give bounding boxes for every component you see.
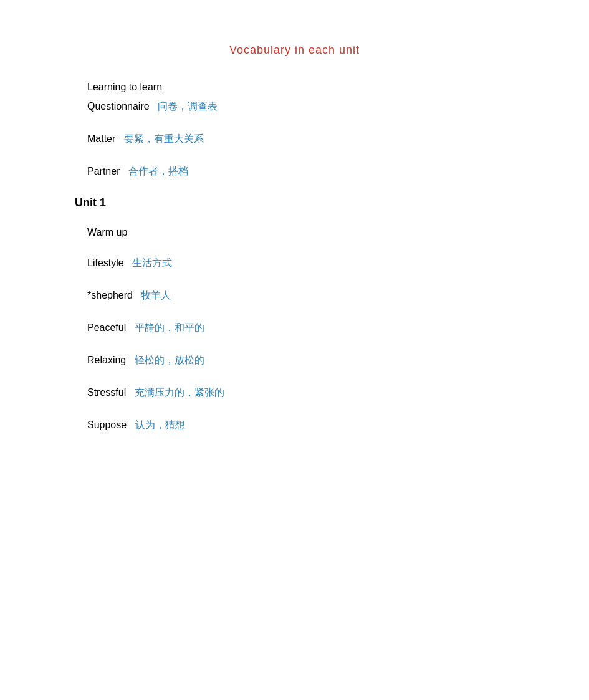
vocab-item-lifestyle: Lifestyle 生活方式 xyxy=(87,256,552,271)
vocab-chinese: 认为，猜想 xyxy=(135,420,185,430)
vocab-item-matter: Matter 要紧，有重大关系 xyxy=(87,132,552,146)
page-title: Vocabulary in each unit xyxy=(37,44,552,57)
vocab-english: Questionnaire xyxy=(87,101,150,112)
vocab-english: Relaxing xyxy=(87,355,126,365)
vocab-item-shepherd: *shepherd 牧羊人 xyxy=(87,288,552,303)
unit1-heading: Unit 1 xyxy=(75,196,552,209)
vocab-english: Peaceful xyxy=(87,322,126,333)
vocab-item-partner: Partner 合作者，搭档 xyxy=(87,164,552,179)
learning-to-learn-label: Learning to learn xyxy=(87,82,552,93)
vocab-english: Lifestyle xyxy=(87,257,124,268)
vocab-chinese: 合作者，搭档 xyxy=(128,166,188,176)
vocab-item-stressful: Stressful 充满压力的，紧张的 xyxy=(87,385,552,400)
warmup-label: Warm up xyxy=(87,227,552,238)
vocab-item-peaceful: Peaceful 平静的，和平的 xyxy=(87,320,552,335)
vocab-chinese: 轻松的，放松的 xyxy=(135,355,204,365)
vocab-chinese: 充满压力的，紧张的 xyxy=(135,387,224,398)
vocab-english: Partner xyxy=(87,166,120,176)
vocab-chinese: 要紧，有重大关系 xyxy=(124,133,204,144)
vocab-chinese: 问卷，调查表 xyxy=(158,101,218,112)
vocab-english: Stressful xyxy=(87,387,126,398)
vocab-chinese: 牧羊人 xyxy=(141,290,171,300)
vocab-chinese: 平静的，和平的 xyxy=(135,322,204,333)
vocab-english: shepherd xyxy=(91,290,133,300)
vocab-english: Matter xyxy=(87,133,115,144)
vocab-item-relaxing: Relaxing 轻松的，放松的 xyxy=(87,353,552,368)
vocab-item-suppose: Suppose 认为，猜想 xyxy=(87,418,552,433)
vocab-item-questionnaire: Questionnaire 问卷，调查表 xyxy=(87,99,552,114)
vocab-english: Suppose xyxy=(87,420,127,430)
vocab-chinese: 生活方式 xyxy=(132,257,172,268)
